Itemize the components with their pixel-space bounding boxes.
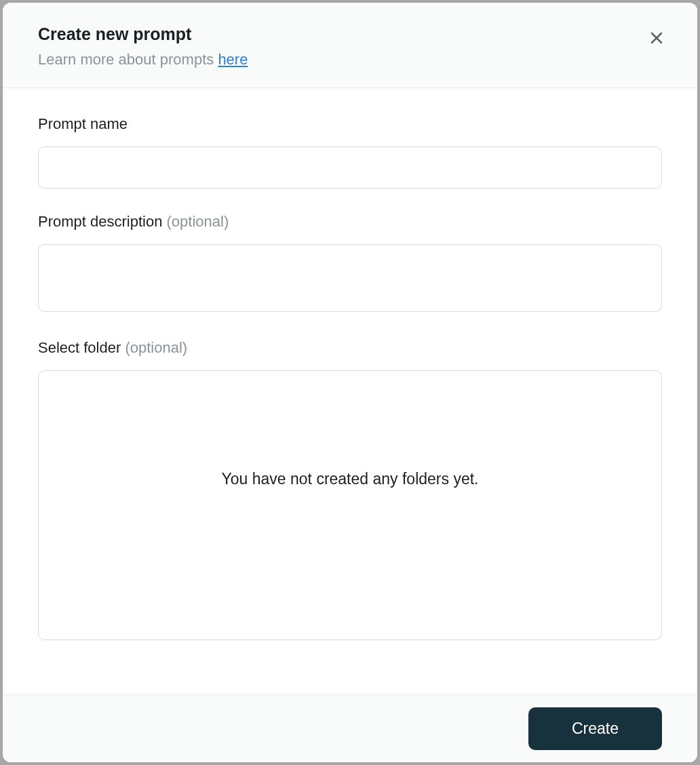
modal-footer: Create [3, 694, 697, 762]
modal-header: Create new prompt Learn more about promp… [3, 3, 697, 88]
modal-body: Prompt name Prompt description (optional… [3, 88, 697, 694]
prompt-description-label-text: Prompt description [38, 213, 167, 230]
folder-selection-box[interactable]: You have not created any folders yet. [38, 370, 662, 640]
create-prompt-modal: Create new prompt Learn more about promp… [3, 3, 697, 762]
folder-empty-message: You have not created any folders yet. [222, 470, 479, 488]
learn-more-link[interactable]: here [218, 51, 248, 68]
select-folder-label-text: Select folder [38, 339, 125, 356]
select-folder-group: Select folder (optional) You have not cr… [38, 339, 662, 640]
prompt-name-input[interactable] [38, 146, 662, 189]
prompt-description-optional: (optional) [167, 213, 229, 230]
close-button[interactable] [646, 27, 667, 49]
close-icon [648, 30, 665, 46]
subtitle-text: Learn more about prompts [38, 51, 218, 68]
select-folder-optional: (optional) [125, 339, 187, 356]
prompt-description-label: Prompt description (optional) [38, 213, 662, 231]
prompt-description-input[interactable] [38, 244, 662, 312]
select-folder-label: Select folder (optional) [38, 339, 662, 357]
prompt-name-group: Prompt name [38, 115, 662, 189]
prompt-description-group: Prompt description (optional) [38, 213, 662, 315]
create-button[interactable]: Create [528, 707, 662, 750]
modal-title: Create new prompt [38, 24, 662, 44]
prompt-name-label: Prompt name [38, 115, 662, 133]
modal-subtitle: Learn more about prompts here [38, 51, 662, 68]
